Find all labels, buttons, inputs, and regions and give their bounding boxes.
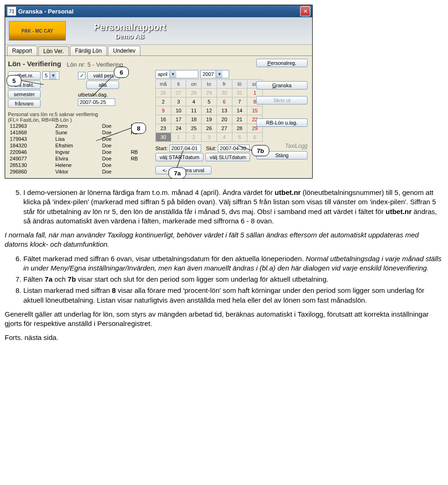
- granska-button[interactable]: Granska: [256, 81, 308, 90]
- month-dropdown[interactable]: april ▼: [155, 70, 198, 78]
- valj-slut-button[interactable]: välj SLUTdatum: [205, 153, 250, 161]
- tab-underlev[interactable]: Underlev: [108, 46, 140, 55]
- callout-7a: 7a: [168, 167, 186, 179]
- table-row: 179943LisaDoe: [8, 136, 153, 142]
- chevron-down-icon: ▼: [216, 70, 223, 78]
- app-window: 71 Granska - Personal ✕ PAK - MC CAY Per…: [5, 5, 313, 179]
- month-value: april: [156, 71, 169, 77]
- utbet-dag-input[interactable]: [78, 98, 115, 106]
- utbet-nr-value: 5: [43, 72, 49, 79]
- list-item-6: Fältet markerad med siffran 6 ovan, visa…: [23, 254, 443, 273]
- paragraph-forts: Forts. nästa sida.: [5, 333, 443, 342]
- table-row: 285130HeleneDoe: [8, 162, 153, 168]
- personal-text2: (FL= FastLön, RB=RB·Lön ): [8, 117, 153, 123]
- skriv-ut-button: Skriv ut: [256, 96, 308, 104]
- tab-lon-ver[interactable]: Lön Ver.: [38, 46, 69, 56]
- chevron-down-icon: ▼: [169, 70, 176, 78]
- left-column: Lön - Verifiering Lön nr: 5 - Verifierin…: [8, 59, 153, 175]
- table-row: 220946IngvarDoeRB: [8, 149, 153, 155]
- header-area: PAK - MC CAY Personalrapport Demo AB: [5, 17, 312, 45]
- header-title: Personalrapport: [94, 22, 166, 33]
- window-title: Granska - Personal: [18, 8, 300, 15]
- content-area: Lön - Verifiering Lön nr: 5 - Verifierin…: [5, 55, 312, 178]
- tab-fardig-lon[interactable]: Färdig Lön: [70, 46, 107, 55]
- personalreg-button[interactable]: Personalreg.: [256, 59, 308, 67]
- app-icon: 71: [7, 7, 16, 16]
- right-column: Personalreg. Granska Skriv ut RB-Lön u.l…: [266, 59, 308, 175]
- callout-5: 5: [7, 75, 21, 86]
- list-item-8: Listan markerad med siffran 8 visar alla…: [23, 286, 443, 305]
- table-row: 296860ViktorDoe: [8, 168, 153, 175]
- semester-button[interactable]: semester: [8, 90, 41, 98]
- list-item-5: I demo-versionen är lönerna färdiga fram…: [23, 188, 443, 226]
- year-dropdown[interactable]: 2007 ▼: [200, 70, 229, 78]
- personal-text1: Personal vars lön nr.5 saknar verifierin…: [8, 111, 153, 117]
- callout-6: 6: [114, 67, 129, 78]
- tab-rapport[interactable]: Rapport: [7, 46, 37, 55]
- document-text: I demo-versionen är lönerna färdiga fram…: [5, 188, 443, 343]
- close-button[interactable]: ✕: [300, 6, 310, 16]
- titlebar: 71 Granska - Personal ✕: [5, 5, 312, 17]
- header-subtitle: Demo AB: [94, 33, 166, 40]
- utbet-nr-dropdown[interactable]: 5 ▼: [42, 71, 59, 80]
- middle-column: april ▼ 2007 ▼ måtion tofrlösö 262728293…: [155, 59, 263, 175]
- table-row: 184320EfrahimDoe: [8, 142, 153, 149]
- close-icon: ✕: [303, 8, 308, 14]
- rb-lon-button[interactable]: RB-Lön u.lag.: [256, 118, 308, 127]
- start-label: Start:: [155, 146, 168, 151]
- paragraph-generellt: Generellt gäller att underlag för lön, s…: [5, 310, 443, 329]
- header-text: Personalrapport Demo AB: [94, 22, 166, 40]
- callout-7b: 7b: [252, 145, 269, 156]
- slut-label: Slut:: [206, 146, 216, 151]
- logo: PAK - MC CAY: [9, 21, 66, 41]
- section-title-left: Lön - Verifiering: [8, 60, 61, 68]
- table-row: 249077ElviraDoeRB: [8, 155, 153, 162]
- year-value: 2007: [201, 71, 216, 77]
- callout-8: 8: [131, 123, 146, 134]
- chevron-down-icon: ▼: [49, 72, 56, 79]
- section-title-right: Lön nr: 5 - Verifiering: [67, 61, 123, 68]
- brand-text: TaxiLogg: [285, 143, 308, 149]
- franvaro-button[interactable]: frånvaro: [8, 99, 41, 108]
- calendar[interactable]: måtion tofrlösö 2627282930311 2345678 91…: [155, 79, 263, 142]
- vald-pers-checkbox[interactable]: ✓: [78, 72, 85, 79]
- list-item-7: Fälten 7a och 7b visar start och slut fö…: [23, 275, 443, 284]
- tab-row: Rapport Lön Ver. Färdig Lön Underlev: [5, 45, 312, 55]
- start-input[interactable]: [169, 145, 201, 152]
- paragraph-note1: I normala fall, när man använder Taxilog…: [5, 230, 443, 249]
